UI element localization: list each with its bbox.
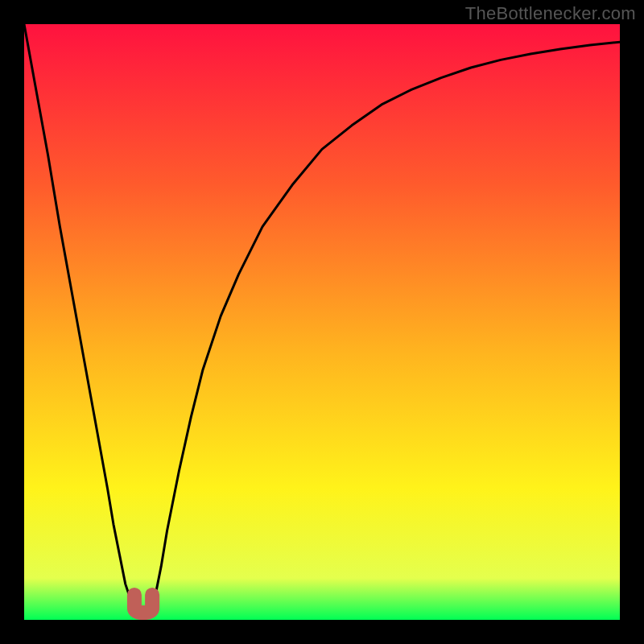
chart-frame: TheBottlenecker.com: [0, 0, 644, 644]
bottleneck-curve: [24, 24, 620, 620]
watermark-text: TheBottlenecker.com: [465, 3, 636, 24]
minimum-marker: [134, 595, 152, 613]
curve-layer: [24, 24, 620, 620]
plot-area: [24, 24, 620, 620]
